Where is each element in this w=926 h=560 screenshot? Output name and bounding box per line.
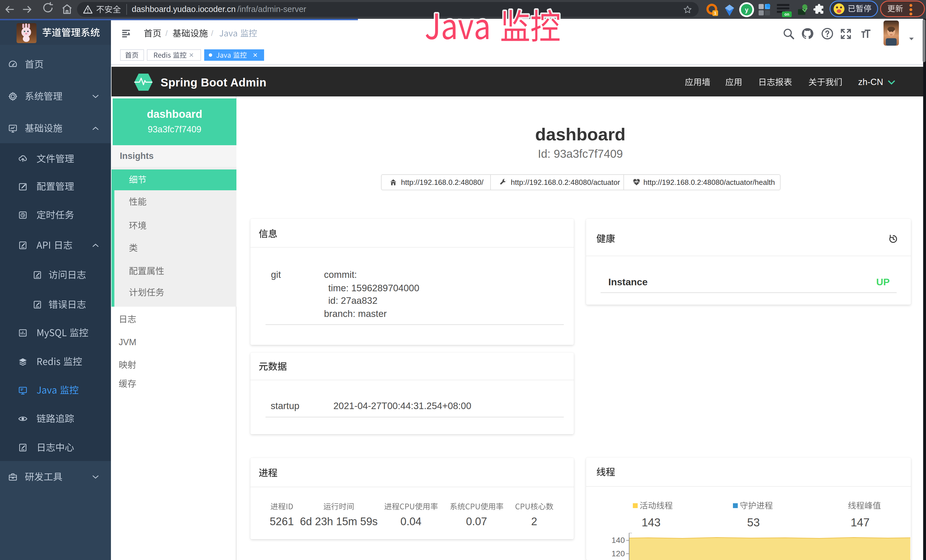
svg-text:on: on: [784, 12, 789, 17]
svg-text:1: 1: [714, 11, 716, 15]
svg-text:y: y: [745, 6, 749, 14]
